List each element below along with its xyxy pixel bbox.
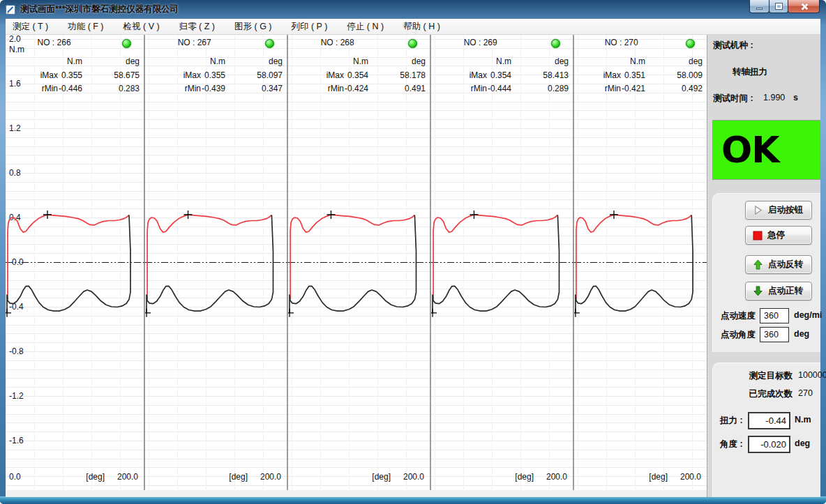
panel-no-label: NO : 269 <box>464 38 497 47</box>
rmin-row-label: rMin <box>471 84 487 93</box>
jog-speed-row: 点动速度 deg/mi <box>713 308 820 323</box>
imax-row-label: iMax <box>603 70 621 80</box>
x-axis-end-label: 200.0 <box>546 472 567 482</box>
app-icon <box>5 4 16 15</box>
test-panel: NO : 270N.mdegiMax0.35158.009rMin-0.4210… <box>574 35 707 490</box>
status-led-icon <box>408 39 417 48</box>
col-header-nm: N.m <box>67 56 82 66</box>
start-button[interactable]: 启动按钮 <box>745 201 812 220</box>
status-led-icon <box>551 39 560 48</box>
imax-deg-value: 58.178 <box>400 70 426 80</box>
torque-unit: N.m <box>795 415 811 425</box>
rmin-deg-value: 0.289 <box>548 84 569 93</box>
chart-area: 2.0N.m1.61.20.80.4-0.0-0.4-0.8-1.2-1.60.… <box>6 35 707 497</box>
angle-readout-row: 角度 : -0.020 deg <box>713 436 820 453</box>
application-window: 测试画面***深圳市磐石测控仪器有限公司 测定 ( T ) 功能 ( F ) 检… <box>0 0 826 504</box>
return-sweep-curve <box>290 215 416 313</box>
jog-speed-input[interactable] <box>760 308 789 323</box>
statistics-group: 测定目标数 100000 已完成次数 270 扭力 : -0.44 N.m 角度… <box>712 362 820 497</box>
return-sweep-curve <box>576 215 693 313</box>
maximize-button[interactable] <box>769 0 788 13</box>
completed-count-value: 270 <box>798 388 813 398</box>
imax-deg-value: 58.413 <box>543 70 569 80</box>
status-led-icon <box>122 39 131 48</box>
result-banner: OK <box>712 120 820 180</box>
col-header-nm: N.m <box>210 56 225 66</box>
x-axis-unit-label: [deg] <box>649 472 668 482</box>
angle-label: 角度 : <box>720 438 743 450</box>
imax-marker-icon <box>327 211 336 219</box>
jog-angle-row: 点动角度 deg <box>713 327 820 342</box>
imax-row-label: iMax <box>470 70 487 80</box>
jog-reverse-button[interactable]: 点动反转 <box>745 255 812 274</box>
target-count-value: 100000 <box>798 370 826 380</box>
window-title: 测试画面***深圳市磐石测控仪器有限公司 <box>20 3 179 15</box>
play-icon <box>753 205 763 215</box>
menu-print[interactable]: 列印 ( P ) <box>290 20 329 34</box>
arrow-up-icon <box>753 259 763 270</box>
minimize-button[interactable] <box>749 0 769 13</box>
test-panel: NO : 269N.mdegiMax0.35458.413rMin-0.4440… <box>431 35 574 490</box>
col-header-deg: deg <box>555 56 569 66</box>
control-sidebar: 测试机种 : 转轴扭力 测试时间 : 1.990 s OK 启动按钮 急停 <box>707 35 820 497</box>
rmin-deg-value: 0.283 <box>119 84 140 93</box>
torque-label: 扭力 : <box>720 415 743 427</box>
close-button[interactable] <box>788 0 820 13</box>
window-controls <box>750 0 820 13</box>
menu-zero[interactable]: 归零 ( Z ) <box>178 20 216 34</box>
menu-function[interactable]: 功能 ( F ) <box>66 20 105 34</box>
jog-forward-button[interactable]: 点动正转 <box>745 282 812 300</box>
x-axis-unit-label: [deg] <box>515 472 534 482</box>
title-bar: 测试画面***深圳市磐石测控仪器有限公司 <box>0 0 826 19</box>
x-axis-unit-label: [deg] <box>229 472 248 482</box>
return-sweep-curve <box>147 215 273 313</box>
rmin-row-label: rMin <box>185 84 201 93</box>
x-axis-end-label: 200.0 <box>260 472 281 482</box>
jog-angle-unit: deg <box>794 329 809 339</box>
menu-measure[interactable]: 测定 ( T ) <box>11 20 50 34</box>
col-header-deg: deg <box>412 56 426 66</box>
imax-nm-value: 0.354 <box>347 70 368 80</box>
torque-readout-row: 扭力 : -0.44 N.m <box>713 412 820 429</box>
imax-nm-value: 0.355 <box>61 70 82 80</box>
rmin-row-label: rMin <box>605 84 621 93</box>
x-axis-unit-label: [deg] <box>86 472 105 482</box>
imax-row-label: iMax <box>326 70 344 80</box>
panel-no-label: NO : 268 <box>321 38 354 47</box>
panel-no-label: NO : 267 <box>178 38 211 47</box>
rmin-nm-value: -0.424 <box>345 84 368 93</box>
emergency-stop-button[interactable]: 急停 <box>745 226 812 245</box>
menu-stop[interactable]: 停止 ( N ) <box>345 20 385 34</box>
rmin-nm-value: -0.439 <box>202 84 225 93</box>
col-header-nm: N.m <box>630 56 645 66</box>
panel-no-label: NO : 270 <box>605 38 638 47</box>
test-time-label: 测试时间 : <box>713 93 753 105</box>
jog-angle-label: 点动角度 <box>721 329 756 341</box>
return-sweep-curve <box>7 215 130 313</box>
torque-readout: -0.44 <box>748 412 790 429</box>
test-panel: NO : 268N.mdegiMax0.35458.178rMin-0.4240… <box>288 35 431 490</box>
status-led-icon <box>265 39 274 48</box>
rmin-deg-value: 0.347 <box>262 84 283 93</box>
arrow-down-icon <box>753 286 763 296</box>
col-header-deg: deg <box>689 56 703 66</box>
rmin-deg-value: 0.491 <box>405 84 426 93</box>
stop-icon <box>753 231 763 240</box>
rmin-nm-value: -0.444 <box>488 84 511 93</box>
menu-view[interactable]: 检视 ( V ) <box>122 20 161 34</box>
imax-marker-icon <box>610 211 618 219</box>
jog-angle-input[interactable] <box>760 327 789 342</box>
imax-row-label: iMax <box>40 70 58 80</box>
menu-bar: 测定 ( T ) 功能 ( F ) 检视 ( V ) 归零 ( Z ) 图形 (… <box>6 19 820 35</box>
menu-help[interactable]: 帮助 ( H ) <box>402 20 442 34</box>
rmin-row-label: rMin <box>328 84 344 93</box>
col-header-nm: N.m <box>496 56 511 66</box>
minimize-icon <box>756 8 763 10</box>
target-count-label: 测定目标数 <box>742 370 793 382</box>
x-axis-end-label: 200.0 <box>403 472 424 482</box>
test-panel: NO : 266N.mdegiMax0.35558.675rMin-0.4460… <box>6 35 145 490</box>
menu-graph[interactable]: 图形 ( G ) <box>233 20 273 34</box>
completed-count-label: 已完成次数 <box>742 388 793 400</box>
machine-type-value: 转轴扭力 <box>733 66 767 78</box>
rmin-nm-value: -0.421 <box>622 84 645 93</box>
